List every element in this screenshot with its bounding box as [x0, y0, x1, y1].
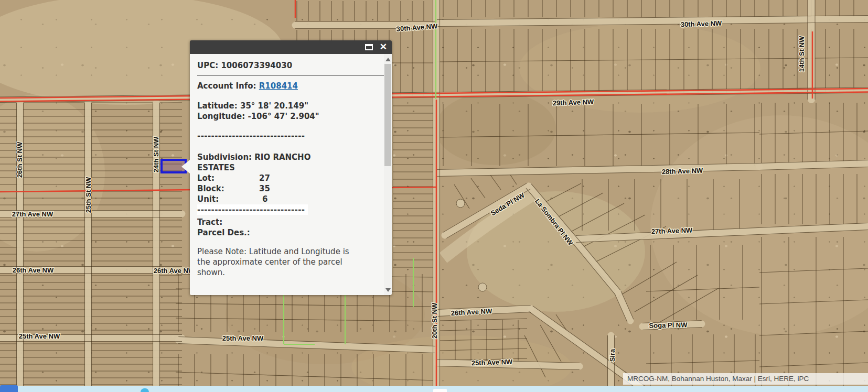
street-label-26th-st: 26th St NW — [16, 141, 24, 178]
block-label: Block: — [197, 183, 259, 194]
popup-scrollbar[interactable] — [384, 54, 392, 295]
lot-value: 27 — [259, 173, 270, 183]
map-overlay: 30th Ave NW 30th Ave NW 29th Ave NW 28th… — [0, 0, 868, 392]
street-label-27th-ave-e: 27th Ave NW — [651, 226, 693, 236]
street-label-soga-pl: Soga Pl NW — [649, 321, 688, 329]
street-label-27th-ave-w: 27th Ave NW — [12, 210, 53, 218]
block-value: 35 — [259, 183, 270, 194]
separator-dashes: ------------------------------- — [197, 204, 308, 215]
street-label-25th-ave-e: 25th Ave NW — [471, 358, 513, 367]
street-label-25th-ave-w2: 25th Ave NW — [222, 334, 264, 342]
account-info-row: Account Info: R108414 — [197, 81, 384, 91]
street-label-26th-ave-w1: 26th Ave NW — [13, 266, 54, 274]
maximize-icon[interactable] — [365, 44, 373, 50]
street-label-29th-ave: 29th Ave NW — [552, 98, 594, 107]
street-label-30th-ave-e: 30th Ave NW — [680, 19, 722, 29]
street-label-14th-st: 14th St NW — [798, 36, 806, 72]
popup-header[interactable]: ✕ — [190, 40, 392, 54]
unit-label: Unit: — [197, 194, 259, 204]
street-label-24th-st: 24th St NW — [152, 136, 160, 172]
divider — [197, 75, 384, 76]
tract-label: Tract: — [197, 217, 384, 227]
popup-pointer — [181, 160, 190, 173]
account-info-label: Account Info: — [197, 81, 256, 91]
block-row: Block: 35 — [197, 183, 384, 194]
close-icon[interactable]: ✕ — [380, 42, 387, 51]
latitude-value: Latitude: 35° 18' 20.149" — [197, 101, 384, 111]
upc-value: UPC: 1006073394030 — [197, 60, 384, 71]
scrollbar-thumb[interactable] — [384, 64, 391, 166]
separator-dashes: ------------------------------- — [197, 130, 384, 141]
triangle-down-icon — [385, 288, 391, 292]
popup-note: Please Note: Latitude and Longitude is t… — [197, 246, 357, 278]
street-label-25th-st: 25th St NW — [84, 177, 92, 213]
subdivision-value: Subdivision: RIO RANCHO ESTATES — [197, 152, 333, 173]
page-element-white — [433, 389, 447, 392]
scroll-down-button[interactable] — [384, 286, 392, 294]
page-element-circle — [141, 388, 149, 392]
street-label-26th-ave-e: 26th Ave NW — [451, 307, 492, 317]
account-link[interactable]: R108414 — [259, 81, 298, 91]
street-label-25th-ave-w1: 25th Ave NW — [19, 332, 60, 340]
map-viewport: 30th Ave NW 30th Ave NW 29th Ave NW 28th… — [0, 0, 868, 392]
lot-label: Lot: — [197, 173, 259, 183]
parcel-info-popup: ✕ UPC: 1006073394030 Account Info: R1084… — [190, 40, 392, 295]
longitude-value: Longitude: -106° 47' 2.904" — [197, 111, 384, 122]
street-label-26th-ave-w2: 26th Ave NW — [154, 267, 195, 275]
scroll-up-button[interactable] — [384, 55, 392, 63]
map-canvas[interactable]: 30th Ave NW 30th Ave NW 29th Ave NW 28th… — [0, 0, 868, 392]
street-label-28th-ave: 28th Ave NW — [661, 167, 703, 176]
street-label-sira: Sira — [608, 349, 616, 362]
unit-value: 6 — [259, 194, 267, 204]
unit-row: Unit: 6 — [197, 194, 384, 204]
lot-row: Lot: 27 — [197, 173, 384, 183]
street-label-20th-st: 20th St NW — [431, 302, 438, 339]
map-attribution: MRCOG-NM, Bohannan Huston, Maxar | Esri,… — [623, 373, 868, 385]
triangle-up-icon — [385, 58, 391, 61]
page-element-blue — [0, 385, 18, 392]
parcel-des-label: Parcel Des.: — [197, 227, 384, 238]
popup-body: UPC: 1006073394030 Account Info: R108414… — [190, 54, 384, 295]
